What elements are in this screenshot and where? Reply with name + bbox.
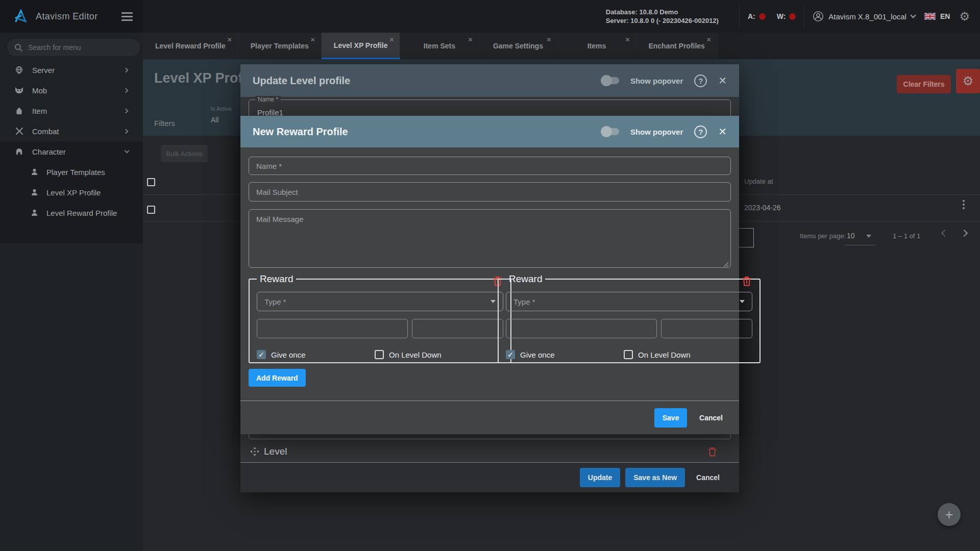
tab-label: Player Templates — [251, 42, 309, 50]
tab-items[interactable]: Items ✕ — [557, 33, 636, 59]
sidebar-item-combat[interactable]: Combat — [0, 121, 143, 141]
bulk-actions-button[interactable]: Bulk Actions — [161, 145, 208, 162]
tab-game-settings[interactable]: Game Settings ✕ — [479, 33, 557, 59]
dialog-header: Update Level profile Show popover ? ✕ — [240, 64, 739, 97]
server-globe-icon — [14, 66, 24, 74]
reward-count-input[interactable] — [661, 319, 752, 338]
reward-type-select[interactable]: Type * — [506, 292, 752, 311]
dialog-footer: Update Save as New Cancel — [240, 462, 739, 492]
tab-close-icon[interactable]: ✕ — [546, 36, 551, 43]
level-section-row: Level — [250, 446, 730, 457]
delete-reward-trash-icon[interactable] — [742, 276, 751, 286]
is-active-filter-value[interactable]: All — [211, 116, 219, 124]
cancel-button[interactable]: Cancel — [692, 414, 730, 422]
give-once-label: Give once — [520, 350, 555, 359]
update-at-column-header: Update at — [744, 178, 773, 185]
tab-label: Game Settings — [493, 42, 543, 50]
row-kebab-menu-icon[interactable] — [963, 200, 965, 209]
help-icon[interactable]: ? — [694, 126, 707, 138]
clear-filters-button[interactable]: Clear Filters — [897, 75, 951, 93]
reward-fieldset-2: Reward Type * ✓ Give once — [498, 273, 761, 363]
page-previous-icon[interactable] — [941, 230, 948, 237]
tab-level-xp-profile[interactable]: Level XP Profile ✕ — [322, 33, 401, 59]
reward-count-input[interactable] — [412, 319, 503, 338]
account-menu[interactable]: Atavism X.8_001_local — [813, 11, 915, 22]
menu-hamburger-icon[interactable] — [121, 12, 133, 21]
combat-swords-icon — [14, 127, 24, 135]
row-checkbox[interactable] — [147, 178, 155, 186]
dialog-title: Update Level profile — [253, 75, 350, 87]
world-status-label: W: — [777, 12, 786, 20]
dialog-header-controls: Show popover ? ✕ — [602, 74, 727, 87]
is-active-filter-label: Is Active — [211, 106, 232, 112]
reward-name-input[interactable] — [249, 157, 731, 175]
items-per-page-select[interactable]: 10 — [847, 232, 855, 240]
items-per-page-label: Items per page: — [800, 232, 846, 240]
show-popover-toggle[interactable] — [602, 128, 619, 135]
tab-close-icon[interactable]: ✕ — [389, 36, 394, 43]
on-level-down-checkbox[interactable] — [375, 350, 384, 359]
sidebar-item-level-xp-profile[interactable]: Level XP Profile — [0, 182, 143, 203]
gear-icon: ⚙ — [963, 75, 974, 87]
reward-type-select[interactable]: Type * — [257, 292, 503, 311]
tab-close-icon[interactable]: ✕ — [310, 36, 315, 43]
language-selector[interactable]: EN — [924, 12, 950, 20]
sidebar-item-item[interactable]: Item — [0, 101, 143, 121]
add-new-fab-button[interactable]: + — [938, 503, 961, 526]
tab-close-icon[interactable]: ✕ — [227, 36, 232, 43]
sidebar-item-mob[interactable]: Mob — [0, 80, 143, 101]
row-checkbox[interactable] — [147, 206, 155, 214]
close-icon[interactable]: ✕ — [718, 74, 727, 87]
save-button[interactable]: Save — [654, 408, 687, 428]
mail-subject-input[interactable] — [249, 182, 731, 202]
drag-handle-icon[interactable] — [250, 446, 260, 457]
tab-label: Items — [587, 42, 606, 50]
reward-value-inputs — [257, 319, 503, 338]
give-once-checkbox[interactable]: ✓ — [257, 350, 266, 359]
reward-options-row: ✓ Give once On Level Down — [506, 350, 752, 359]
show-popover-toggle[interactable] — [602, 77, 619, 84]
filter-input-fragment — [739, 228, 754, 247]
give-once-checkbox[interactable]: ✓ — [506, 350, 515, 359]
on-level-down-checkbox[interactable] — [624, 350, 633, 359]
help-icon[interactable]: ? — [694, 74, 707, 87]
dialog-header-controls: Show popover ? ✕ — [602, 126, 727, 138]
tab-close-icon[interactable]: ✕ — [625, 36, 630, 43]
update-button[interactable]: Update — [580, 468, 620, 487]
sidebar-subitem-label: Player Templates — [46, 168, 105, 177]
page-next-icon[interactable] — [961, 230, 968, 237]
reward-value-input[interactable] — [506, 319, 657, 338]
db-server-info: Database: 10.8.0 Demo Server: 10.8.0 0 (… — [606, 8, 719, 25]
tab-player-templates[interactable]: Player Templates ✕ — [238, 33, 322, 59]
player-icon — [30, 209, 39, 216]
select-underline — [845, 245, 875, 245]
reward-legend: Reward — [257, 273, 296, 285]
tab-level-reward-profile[interactable]: Level Reward Profile ✕ — [143, 33, 238, 59]
tab-item-sets[interactable]: Item Sets ✕ — [400, 33, 479, 59]
sidebar-item-label: Mob — [32, 86, 47, 95]
reward-value-inputs — [506, 319, 752, 338]
level-legend: Level — [264, 446, 287, 457]
tab-label: Item Sets — [424, 42, 455, 50]
tab-close-icon[interactable]: ✕ — [468, 36, 473, 43]
tab-enchant-profiles[interactable]: Enchant Profiles ✕ — [636, 33, 717, 59]
save-as-new-button[interactable]: Save as New — [625, 468, 685, 487]
sidebar-search[interactable]: Search for menu — [7, 39, 140, 56]
close-icon[interactable]: ✕ — [718, 126, 727, 138]
sidebar-item-player-templates[interactable]: Player Templates — [0, 162, 143, 182]
sidebar-item-character[interactable]: Character — [0, 141, 143, 162]
caret-down-icon[interactable] — [866, 235, 871, 238]
chevron-down-icon — [910, 12, 916, 18]
column-settings-button[interactable]: ⚙ — [956, 69, 980, 93]
sidebar-item-server[interactable]: Server — [0, 60, 143, 80]
cancel-button[interactable]: Cancel — [690, 473, 726, 482]
delete-level-trash-icon[interactable] — [708, 447, 717, 457]
sidebar-item-level-reward-profile[interactable]: Level Reward Profile — [0, 203, 143, 223]
add-reward-button[interactable]: Add Reward — [249, 369, 306, 387]
settings-gear-icon[interactable]: ⚙ — [959, 11, 970, 22]
mail-message-textarea[interactable] — [249, 209, 731, 268]
tab-close-icon[interactable]: ✕ — [706, 36, 712, 43]
tab-label: Level Reward Profile — [155, 42, 226, 50]
caret-down-icon — [491, 300, 496, 303]
reward-value-input[interactable] — [257, 319, 408, 338]
